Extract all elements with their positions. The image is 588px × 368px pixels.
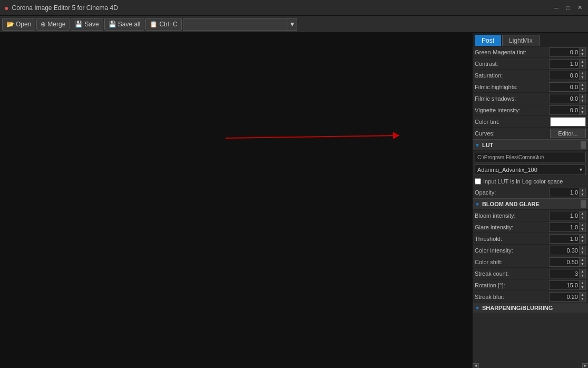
bloom-up-7[interactable]: ▲ xyxy=(580,293,585,297)
close-button[interactable]: ✕ xyxy=(575,4,584,12)
vignette-down[interactable]: ▼ xyxy=(580,110,585,114)
lut-opacity-down[interactable]: ▼ xyxy=(580,192,585,197)
contrast-up[interactable]: ▲ xyxy=(580,60,585,64)
bloom-label-3: Color intensity: xyxy=(475,247,549,254)
save-button[interactable]: 💾 Save xyxy=(71,18,103,31)
bloom-input-1[interactable] xyxy=(549,222,580,232)
titlebar: ● Corona Image Editor 5 for Cinema 4D ─ … xyxy=(0,0,588,16)
bloom-up-0[interactable]: ▲ xyxy=(580,211,585,216)
bloom-down-4[interactable]: ▼ xyxy=(580,262,585,266)
bloom-up-5[interactable]: ▲ xyxy=(580,269,585,274)
green-magenta-down[interactable]: ▼ xyxy=(580,52,585,56)
lut-opacity-spinners: ▲ ▼ xyxy=(580,188,586,197)
green-magenta-up[interactable]: ▲ xyxy=(580,48,585,52)
bloom-input-5[interactable] xyxy=(549,269,580,278)
contrast-down[interactable]: ▼ xyxy=(580,64,585,68)
vignette-spinners: ▲ ▼ xyxy=(580,105,586,115)
bloom-down-3[interactable]: ▼ xyxy=(580,250,585,255)
vignette-row: Vignette intensity: ▲ ▼ xyxy=(473,104,588,116)
vignette-up[interactable]: ▲ xyxy=(580,106,585,110)
saturation-row: Saturation: ▲ ▼ xyxy=(473,70,588,81)
bloom-row-5: Streak count: ▲ ▼ xyxy=(473,268,588,279)
filmic-shadows-input[interactable] xyxy=(549,94,580,103)
ctrl-c-button[interactable]: 📋 Ctrl+C xyxy=(145,18,181,31)
lut-dropdown[interactable]: Adanmq_Advantix_100 ▼ xyxy=(475,164,586,175)
saturation-up[interactable]: ▲ xyxy=(580,71,585,75)
open-button[interactable]: 📂 Open xyxy=(2,18,35,31)
filmic-highlights-label: Filmic highlights: xyxy=(475,84,549,90)
bloom-up-3[interactable]: ▲ xyxy=(580,246,585,250)
bloom-up-1[interactable]: ▲ xyxy=(580,223,585,227)
bloom-input-4[interactable] xyxy=(549,257,580,267)
path-combo[interactable] xyxy=(183,18,288,31)
filmic-shadows-spinners: ▲ ▼ xyxy=(580,94,586,103)
sharpening-triangle-icon: ▼ xyxy=(475,305,480,311)
merge-button[interactable]: ⊕ Merge xyxy=(36,18,70,31)
panel-content[interactable]: Green-Magenta tint: ▲ ▼ Contrast: xyxy=(473,46,588,363)
bloom-value-container-5: ▲ ▼ xyxy=(549,269,586,278)
saturation-input[interactable] xyxy=(549,71,580,80)
scroll-track[interactable] xyxy=(479,363,582,369)
scroll-right-arrow[interactable]: ► xyxy=(582,363,588,369)
filmic-highlights-input[interactable] xyxy=(549,82,580,92)
bloom-up-6[interactable]: ▲ xyxy=(580,281,585,285)
lut-opacity-input[interactable] xyxy=(549,188,580,197)
bottom-scrollbar[interactable]: ◄ ► xyxy=(473,363,588,368)
contrast-input[interactable] xyxy=(549,59,580,69)
minimize-button[interactable]: ─ xyxy=(552,4,561,12)
sharpening-header-label: SHARPENING/BLURRING xyxy=(482,305,553,311)
path-combo-arrow[interactable]: ▼ xyxy=(288,18,297,31)
filmic-highlights-up[interactable]: ▲ xyxy=(580,83,585,87)
tab-post[interactable]: Post xyxy=(475,35,501,46)
saturation-down[interactable]: ▼ xyxy=(580,75,585,80)
green-magenta-value-container: ▲ ▼ xyxy=(549,47,586,57)
bloom-value-container-0: ▲ ▼ xyxy=(549,211,586,220)
bloom-down-0[interactable]: ▼ xyxy=(580,216,585,220)
lut-opacity-up[interactable]: ▲ xyxy=(580,188,585,192)
bloom-label-1: Glare intensity: xyxy=(475,224,549,230)
filmic-shadows-up[interactable]: ▲ xyxy=(580,94,585,99)
bloom-spinners-6: ▲ ▼ xyxy=(580,280,586,290)
lut-path-row: C:\Program Files\Corona\lut\ xyxy=(473,151,588,163)
lut-path-display[interactable]: C:\Program Files\Corona\lut\ xyxy=(475,152,586,162)
scroll-left-arrow[interactable]: ◄ xyxy=(473,363,479,369)
bloom-input-2[interactable] xyxy=(549,234,580,244)
bloom-input-0[interactable] xyxy=(549,211,580,220)
filmic-highlights-down[interactable]: ▼ xyxy=(580,87,585,91)
save-all-button[interactable]: 💾 Save all xyxy=(104,18,145,31)
bloom-down-1[interactable]: ▼ xyxy=(580,227,585,231)
lut-dropdown-value: Adanmq_Advantix_100 xyxy=(477,167,537,173)
canvas-area xyxy=(0,33,472,368)
vignette-label: Vignette intensity: xyxy=(475,107,549,113)
log-color-space-label: Input LUT is in Log color space xyxy=(483,178,563,185)
log-color-space-row: Input LUT is in Log color space xyxy=(473,176,588,187)
bloom-down-2[interactable]: ▼ xyxy=(580,239,585,243)
bloom-down-6[interactable]: ▼ xyxy=(580,285,585,289)
bloom-input-6[interactable] xyxy=(549,280,580,290)
curves-editor-button[interactable]: Editor... xyxy=(550,129,586,138)
contrast-row: Contrast: ▲ ▼ xyxy=(473,58,588,70)
green-magenta-input[interactable] xyxy=(549,47,580,57)
color-tint-label: Color tint: xyxy=(475,119,550,125)
vignette-input[interactable] xyxy=(549,105,580,115)
color-tint-swatch[interactable] xyxy=(550,117,586,127)
bloom-up-2[interactable]: ▲ xyxy=(580,235,585,239)
log-color-space-checkbox[interactable] xyxy=(475,178,481,185)
bloom-input-7[interactable] xyxy=(549,292,580,302)
green-magenta-row: Green-Magenta tint: ▲ ▼ xyxy=(473,46,588,58)
bloom-spinners-7: ▲ ▼ xyxy=(580,292,586,302)
bloom-down-7[interactable]: ▼ xyxy=(580,297,585,301)
saturation-label: Saturation: xyxy=(475,72,549,79)
tab-lightmix[interactable]: LightMix xyxy=(502,35,540,46)
curves-label: Curves: xyxy=(475,130,550,137)
red-arrow-overlay xyxy=(0,33,472,368)
bloom-input-3[interactable] xyxy=(549,246,580,255)
bloom-row-6: Rotation [°]: ▲ ▼ xyxy=(473,279,588,291)
bloom-down-5[interactable]: ▼ xyxy=(580,274,585,278)
maximize-button[interactable]: □ xyxy=(564,4,572,12)
filmic-highlights-value-container: ▲ ▼ xyxy=(549,82,586,92)
bloom-up-4[interactable]: ▲ xyxy=(580,258,585,262)
filmic-shadows-down[interactable]: ▼ xyxy=(580,99,585,103)
filmic-shadows-row: Filmic shadows: ▲ ▼ xyxy=(473,93,588,104)
saturation-spinners: ▲ ▼ xyxy=(580,71,586,80)
